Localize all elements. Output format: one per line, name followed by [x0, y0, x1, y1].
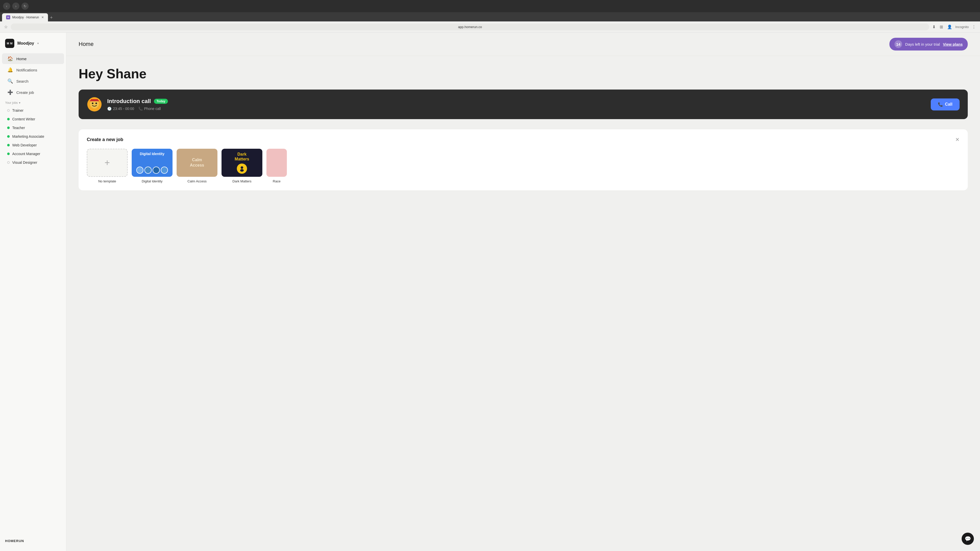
interview-meta: 🕐 23:45 - 00:00 📞 Phone call — [107, 106, 926, 111]
job-dot — [7, 109, 10, 112]
avatar: M M — [5, 39, 14, 48]
today-badge: Today — [154, 99, 168, 104]
template-card-dark-matters[interactable]: DarkMatters Dark Matters — [221, 149, 262, 183]
greeting-text: Hey Shane — [79, 66, 968, 81]
template-label: Calm Access — [177, 179, 218, 183]
trial-text: Days left in your trial — [905, 42, 940, 46]
plus-icon: ➕ — [7, 89, 13, 95]
view-plans-link[interactable]: View plans — [943, 42, 963, 46]
sidebar-brand[interactable]: M M Moodjoy ▾ — [0, 37, 66, 53]
interview-type: 📞 Phone call — [138, 106, 161, 111]
dm-title: DarkMatters — [235, 152, 249, 162]
incognito-label: Incognito — [955, 25, 969, 29]
address-bar-row: ☆ ⬇ ⊞ 👤 Incognito ⋮ — [0, 21, 980, 33]
download-icon[interactable]: ⬇ — [931, 24, 937, 30]
create-job-section: Create a new job ✕ + No template — [79, 129, 968, 190]
bookmark-icon[interactable]: ☆ — [3, 24, 9, 30]
calm-access-content: CalmAccess — [177, 149, 218, 177]
template-card-digital-identity[interactable]: Digital Identity Digital Identity — [132, 149, 172, 183]
di-faces — [135, 167, 169, 174]
ca-title: CalmAccess — [190, 157, 204, 168]
svg-point-2 — [92, 103, 94, 104]
dark-matters-content: DarkMatters — [221, 149, 262, 177]
create-job-header: Create a new job ✕ — [87, 137, 959, 143]
dm-figure — [237, 164, 247, 174]
sidebar-item-notifications[interactable]: 🔔 Notifications — [2, 65, 64, 75]
chat-bubble-button[interactable]: 💬 — [962, 533, 974, 545]
phone-icon: 📞 — [138, 106, 143, 111]
interview-title-row: Introduction call Today — [107, 98, 926, 105]
sidebar-item-home[interactable]: 🏠 Home — [2, 53, 64, 64]
chevron-down-icon: ▾ — [19, 101, 21, 105]
trial-days-count: 14 — [894, 40, 902, 48]
search-icon: 🔍 — [7, 78, 13, 84]
home-icon: 🏠 — [7, 56, 13, 62]
main-header: Home 14 Days left in your trial View pla… — [66, 33, 980, 56]
job-item-marketing-associate[interactable]: Marketing Associate — [2, 132, 64, 141]
active-tab[interactable]: H Moodjoy · Homerun ✕ — [2, 13, 48, 21]
forward-button[interactable]: › — [12, 3, 19, 10]
new-tab-button[interactable]: + — [48, 14, 55, 21]
template-card-no-template[interactable]: + No template — [87, 149, 127, 183]
job-dot — [7, 152, 10, 155]
template-label: No template — [87, 179, 127, 183]
chat-icon: 💬 — [965, 536, 971, 542]
template-thumb-dark-matters: DarkMatters — [221, 149, 262, 177]
job-item-visual-designer[interactable]: Visual Designer — [2, 159, 64, 167]
brand-name: Moodjoy — [18, 41, 34, 46]
job-dot — [7, 135, 10, 138]
tab-favicon: H — [6, 15, 10, 19]
tab-title: Moodjoy · Homerun — [12, 16, 39, 19]
job-dot — [7, 118, 10, 121]
template-thumb-race — [266, 149, 287, 177]
interview-time: 🕐 23:45 - 00:00 — [107, 106, 134, 111]
job-item-web-developer[interactable]: Web Developer — [2, 141, 64, 149]
phone-call-icon: 📞 — [938, 102, 943, 107]
job-dot — [7, 161, 10, 164]
app-layout: M M Moodjoy ▾ 🏠 Home 🔔 Notifications 🔍 S… — [0, 33, 980, 551]
job-item-content-writer[interactable]: Content Writer — [2, 115, 64, 123]
homerun-logo: HOMERUN — [5, 539, 61, 543]
tab-close-button[interactable]: ✕ — [41, 16, 44, 19]
interview-card: Introduction call Today 🕐 23:45 - 00:00 … — [79, 89, 968, 119]
reload-button[interactable]: ↻ — [21, 3, 29, 10]
job-item-teacher[interactable]: Teacher — [2, 124, 64, 132]
bell-icon: 🔔 — [7, 67, 13, 73]
extensions-icon[interactable]: ⊞ — [939, 24, 944, 30]
template-thumb-calm-access: CalmAccess — [177, 149, 218, 177]
your-jobs-section[interactable]: Your jobs ▾ — [0, 98, 66, 106]
job-item-trainer[interactable]: Trainer — [2, 106, 64, 114]
svg-point-7 — [240, 169, 244, 171]
svg-point-6 — [241, 166, 243, 169]
sidebar-item-create-job[interactable]: ➕ Create job — [2, 87, 64, 98]
interview-info: Introduction call Today 🕐 23:45 - 00:00 … — [107, 98, 926, 111]
job-dot — [7, 144, 10, 146]
template-thumb-digital-identity: Digital Identity — [132, 149, 172, 177]
svg-rect-5 — [90, 100, 99, 101]
sidebar-item-label: Notifications — [16, 68, 37, 72]
menu-icon[interactable]: ⋮ — [971, 24, 977, 30]
sidebar-item-label: Create job — [16, 90, 34, 95]
sidebar-item-label: Home — [16, 57, 27, 61]
browser-chrome: ‹ › ↻ — [0, 0, 980, 12]
call-button[interactable]: 📞 Call — [931, 98, 959, 110]
job-templates-grid: + No template Digital Identity — [87, 149, 959, 183]
close-create-job-button[interactable]: ✕ — [955, 137, 959, 143]
template-card-race[interactable]: Race — [266, 149, 287, 183]
job-item-account-manager[interactable]: Account Manager — [2, 150, 64, 158]
address-bar[interactable] — [11, 24, 929, 30]
sidebar-footer: HOMERUN — [0, 535, 66, 547]
tab-bar: H Moodjoy · Homerun ✕ + — [0, 12, 980, 21]
sidebar-item-label: Search — [16, 79, 29, 83]
template-label: Race — [266, 179, 287, 183]
chevron-down-icon: ▾ — [37, 41, 39, 45]
template-label: Dark Matters — [221, 179, 262, 183]
template-card-calm-access[interactable]: CalmAccess Calm Access — [177, 149, 218, 183]
svg-point-3 — [95, 103, 97, 104]
template-label: Digital Identity — [132, 179, 172, 183]
sidebar: M M Moodjoy ▾ 🏠 Home 🔔 Notifications 🔍 S… — [0, 33, 66, 551]
clock-icon: 🕐 — [107, 106, 111, 111]
profile-icon[interactable]: 👤 — [946, 24, 953, 30]
back-button[interactable]: ‹ — [3, 3, 10, 10]
sidebar-item-search[interactable]: 🔍 Search — [2, 76, 64, 86]
